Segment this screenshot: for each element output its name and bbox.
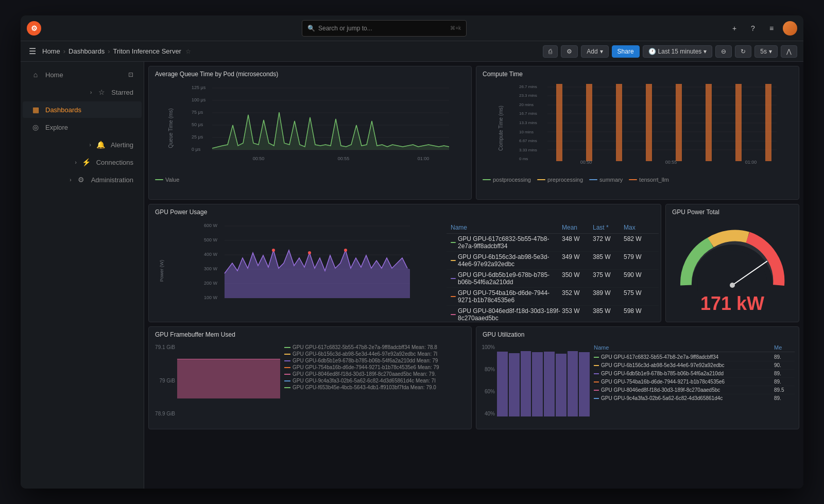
- breadcrumb-home[interactable]: Home: [42, 47, 60, 55]
- svg-marker-56: [225, 250, 410, 298]
- grafana-logo[interactable]: ⚙: [27, 21, 41, 36]
- favorite-star[interactable]: ☆: [185, 48, 191, 55]
- svg-rect-36: [646, 84, 652, 161]
- gpu-power-content: Power (W) 600 W 500 W 400 W 300 W 200 W …: [149, 220, 661, 322]
- screenshot-btn[interactable]: ⎙: [543, 45, 558, 58]
- alerting-icon: 🔔: [96, 141, 106, 149]
- legend-summary: summary: [589, 177, 623, 183]
- svg-text:600 W: 600 W: [204, 223, 218, 228]
- svg-text:10 mins: 10 mins: [519, 130, 534, 134]
- util-y-axis: 100% 80% 60% 40%: [476, 342, 497, 429]
- search-shortcut: ⌘+k: [450, 25, 461, 31]
- util-bar: [532, 352, 543, 416]
- sidebar-item-dashboards[interactable]: ▦ Dashboards: [23, 101, 142, 118]
- home-icon: ⌂: [31, 71, 40, 79]
- svg-text:0 μs: 0 μs: [192, 147, 201, 152]
- table-row: GPU GPU-617c6832-5b55-47b8-2e7a-9ff8adcb…: [594, 353, 795, 361]
- queue-time-title: Average Queue Time by Pod (microseconds): [149, 66, 471, 82]
- sidebar-item-home[interactable]: ⌂ Home ⊡: [23, 66, 142, 83]
- gpu-max-3: 575 W: [624, 289, 655, 304]
- time-range-selector[interactable]: 🕐 Last 15 minutes ▾: [643, 45, 713, 58]
- add-btn[interactable]: Add ▾: [581, 45, 608, 58]
- util-chart: [497, 342, 590, 429]
- svg-rect-33: [556, 84, 562, 161]
- sidebar-item-administration[interactable]: › ⚙ Administration: [23, 171, 142, 188]
- queue-time-chart-area: Queue Time (ms) 125 μs 100 μs 75 μs 50 μ…: [149, 82, 471, 175]
- legend-label-value: Value: [165, 177, 179, 183]
- navbar: ☰ Home › Dashboards › Triton Inference S…: [21, 41, 803, 62]
- svg-rect-39: [735, 84, 742, 161]
- search-area: 🔍 Search or jump to... ⌘+k: [45, 20, 723, 37]
- fb-chart-bg: [177, 344, 280, 416]
- queue-time-y-label: Queue Time (ms): [168, 108, 174, 148]
- settings-btn[interactable]: ⚙: [561, 45, 578, 58]
- svg-text:00:55: 00:55: [338, 156, 350, 161]
- svg-text:125 μs: 125 μs: [192, 85, 206, 90]
- row-1: Average Queue Time by Pod (microseconds)…: [148, 66, 799, 200]
- user-avatar[interactable]: [783, 21, 797, 36]
- gpu-mean-0: 348 W: [562, 235, 593, 250]
- starred-icon: ☆: [97, 88, 106, 96]
- sidebar-label-explore: Explore: [45, 124, 68, 131]
- util-name-2: GPU GPU-6db5b1e9-678b-b785-b06b-54f6a2a2…: [594, 371, 774, 376]
- breadcrumb-sep-2: ›: [108, 47, 110, 55]
- svg-point-65: [730, 283, 735, 288]
- clock-icon-btn[interactable]: ?: [746, 21, 760, 36]
- sidebar-item-connections[interactable]: › ⚡ Connections: [23, 154, 142, 170]
- plus-button[interactable]: +: [727, 21, 742, 36]
- gpu-last-0: 372 W: [593, 235, 624, 250]
- svg-text:50 μs: 50 μs: [192, 122, 203, 127]
- svg-text:26.7 mins: 26.7 mins: [519, 84, 537, 89]
- svg-text:16.7 mins: 16.7 mins: [519, 111, 537, 116]
- refresh-btn[interactable]: ↻: [735, 45, 751, 58]
- util-val-2: 89.: [774, 371, 795, 376]
- admin-icon: ⚙: [77, 176, 86, 184]
- col-mean: Mean: [562, 224, 593, 231]
- sidebar-item-alerting[interactable]: › 🔔 Alerting: [23, 136, 142, 153]
- list-item: GPU GPU-6db5b1e9-678b-b785-b06b-54f6a2a2…: [284, 358, 467, 363]
- queue-time-legend: Value: [149, 175, 471, 185]
- svg-rect-38: [706, 84, 712, 161]
- starred-expand-arrow: ›: [90, 90, 92, 95]
- svg-text:25 μs: 25 μs: [192, 134, 203, 140]
- gauge-container: 171 kW: [666, 220, 799, 321]
- row-2: GPU Power Usage Power (W) 600 W 500 W 40…: [148, 204, 799, 322]
- logo-text: ⚙: [31, 24, 38, 32]
- notifications-btn[interactable]: ≡: [764, 21, 779, 36]
- table-row: GPU GPU-6b156c3d-ab98-5e3d-44e6-97e92a92…: [594, 361, 795, 370]
- list-item: GPU GPU-6b156c3d-ab98-5e3d-44e6-97e92a92…: [284, 351, 467, 357]
- legend-dot-trt: [629, 179, 637, 180]
- admin-expand-arrow: ›: [70, 177, 71, 183]
- fb-chart: [177, 342, 280, 429]
- gpu-mean-1: 349 W: [562, 253, 593, 268]
- sidebar-label-starred: Starred: [111, 89, 133, 96]
- svg-point-57: [272, 249, 275, 252]
- svg-point-59: [344, 249, 347, 252]
- util-y-40: 40%: [485, 411, 495, 416]
- refresh-interval[interactable]: 5s ▾: [754, 45, 778, 58]
- svg-text:100 W: 100 W: [204, 295, 218, 300]
- breadcrumb-dashboards[interactable]: Dashboards: [68, 47, 105, 55]
- collapse-btn[interactable]: ⋀: [781, 45, 797, 58]
- svg-text:6.67 mins: 6.67 mins: [519, 138, 537, 143]
- search-box[interactable]: 🔍 Search or jump to... ⌘+k: [302, 20, 467, 37]
- list-item: GPU GPU-754ba16b-d6de-7944-9271-b1b78c45…: [284, 364, 467, 370]
- compute-time-body: Compute Time (ms) 26.7 mins 23.3 mins 20…: [476, 82, 799, 185]
- interval-chevron: ▾: [769, 48, 772, 55]
- gpu-max-0: 582 W: [624, 235, 655, 250]
- hamburger-menu[interactable]: ☰: [27, 44, 38, 58]
- svg-text:300 W: 300 W: [204, 266, 218, 271]
- sidebar-item-explore[interactable]: ◎ Explore: [23, 119, 142, 135]
- share-btn[interactable]: Share: [612, 45, 640, 58]
- gpu-power-y-label: Power (W): [159, 260, 164, 282]
- list-item: GPU GPU-617c6832-5b55-47b8-2e7a-9ff8adcb…: [284, 344, 467, 350]
- fb-item-5: GPU GPU-9c4a3fa3-02b6-5a62-6c82-4d3d6586…: [293, 378, 436, 384]
- refresh-interval-label: 5s: [760, 48, 767, 55]
- sidebar-item-starred[interactable]: › ☆ Starred: [23, 84, 142, 100]
- table-row: GPU GPU-6b156c3d-ab98-5e3d-44e6-97e92a92…: [447, 252, 659, 270]
- util-bar: [579, 352, 590, 416]
- gpu-mean-2: 350 W: [562, 271, 593, 286]
- zoom-out-btn[interactable]: ⊖: [715, 45, 732, 58]
- util-val-3: 89.: [774, 379, 795, 385]
- svg-text:3.33 mins: 3.33 mins: [519, 148, 537, 152]
